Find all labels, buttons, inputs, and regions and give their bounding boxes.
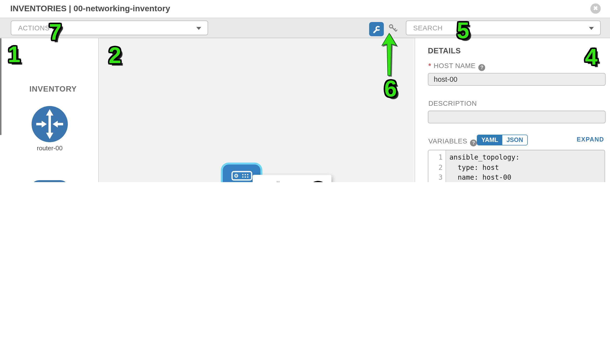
close-button[interactable]: ✖	[590, 3, 601, 14]
search-dropdown[interactable]: SEARCH	[406, 21, 601, 35]
switch-icon	[31, 180, 68, 182]
chevron-down-icon	[589, 27, 594, 30]
palette-item-switch[interactable]: switch-00	[31, 180, 68, 182]
expand-link[interactable]: EXPAND	[577, 136, 604, 143]
host-device-icon	[231, 170, 252, 181]
page-header: INVENTORIES | 00-networking-inventory ✖	[0, 0, 610, 18]
sidebar-title: INVENTORY	[29, 85, 77, 93]
details-panel: DETAILS *HOST NAME? host-00 DESCRIPTION …	[415, 38, 610, 182]
variables-editor[interactable]: 1ansible_topology: 2 type: host 3 name: …	[428, 150, 605, 182]
annotation-number-3: 3	[312, 177, 324, 182]
palette-item-label: router-00	[31, 144, 68, 152]
description-input[interactable]	[428, 111, 606, 123]
annotation-number-7: 7	[49, 19, 61, 45]
annotation-number-1: 1	[8, 41, 20, 67]
variables-label: VARIABLES?	[428, 137, 477, 146]
annotation-number-6: 6	[384, 75, 397, 102]
sidebar-scrollbar[interactable]	[0, 38, 1, 135]
help-icon[interactable]: ?	[470, 140, 477, 146]
annotation-number-2: 2	[109, 42, 121, 68]
palette-item-router[interactable]: router-00	[31, 105, 68, 152]
router-icon	[31, 105, 68, 143]
editor-line: 1ansible_topology:	[428, 152, 605, 162]
help-icon[interactable]: ?	[479, 64, 485, 71]
json-toggle-button[interactable]: JSON	[502, 135, 527, 145]
chevron-down-icon	[196, 27, 201, 30]
variables-format-toggle: YAML JSON	[477, 135, 528, 145]
toolbar: ACTIONS SEARCH	[0, 18, 610, 38]
close-icon: ✖	[593, 5, 598, 12]
description-label: DESCRIPTION	[428, 99, 477, 107]
search-placeholder: SEARCH	[413, 24, 442, 32]
annotation-number-5: 5	[457, 17, 469, 44]
topology-canvas[interactable]: host-00 Details Remove 120% − +	[99, 38, 415, 182]
host-name-label: *HOST NAME?	[428, 62, 485, 71]
host-name-input[interactable]: host-00	[428, 73, 606, 86]
required-marker: *	[428, 62, 431, 69]
details-title: DETAILS	[428, 47, 461, 55]
app-window: INVENTORIES | 00-networking-inventory ✖ …	[0, 0, 610, 182]
editor-line: 2 type: host	[428, 162, 605, 172]
annotation-number-4: 4	[585, 44, 597, 70]
yaml-toggle-button[interactable]: YAML	[477, 135, 502, 145]
page-title: INVENTORIES | 00-networking-inventory	[10, 0, 170, 18]
annotation-arrow-up	[380, 32, 399, 80]
editor-line: 3 name: host-00	[428, 172, 605, 182]
actions-dropdown[interactable]: ACTIONS	[11, 21, 208, 35]
actions-placeholder: ACTIONS	[18, 24, 50, 32]
